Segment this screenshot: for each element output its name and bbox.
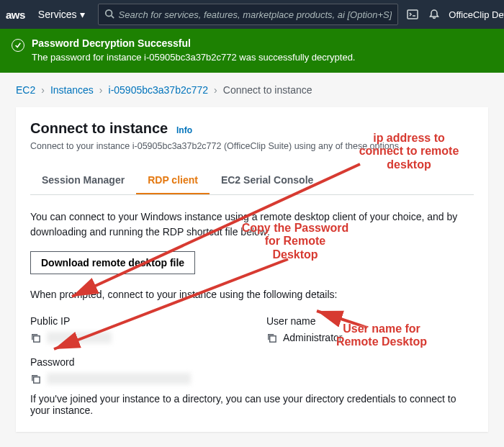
caret-down-icon: ▾ [80,9,85,20]
chevron-right-icon: › [214,84,217,96]
connect-card: Connect to instance Info Connect to your… [16,107,488,432]
page-title: Connect to instance [30,120,168,137]
breadcrumb-instance-id[interactable]: i-05905bc3a37b2c772 [109,84,209,96]
chevron-right-icon: › [99,84,103,96]
public-ip-value [47,332,112,343]
svg-rect-3 [34,335,40,341]
services-menu[interactable]: Services ▾ [32,6,91,23]
top-nav: aws Services ▾ Search for services, feat… [0,0,504,29]
directory-note: If you've joined your instance to a dire… [30,393,474,416]
bell-icon[interactable] [427,7,441,22]
breadcrumb: EC2 › Instances › i-05905bc3a37b2c772 › … [0,73,504,101]
password-label: Password [30,356,474,368]
svg-point-0 [105,9,112,16]
account-dropdown[interactable]: OfficeClip Developer ▾ [449,9,504,20]
search-icon [104,9,114,21]
services-label: Services [38,9,77,20]
tab-session-manager[interactable]: Session Manager [30,167,136,194]
info-link[interactable]: Info [176,125,192,135]
copy-icon[interactable] [30,374,41,384]
banner-title: Password Decryption Successful [32,37,355,49]
banner-description: The password for instance i-05905bc3a37b… [32,52,355,63]
page-subtitle: Connect to your instance i-05905bc3a37b2… [30,141,474,151]
chevron-right-icon: › [41,84,45,96]
tab-rdp-client[interactable]: RDP client [136,167,210,194]
breadcrumb-ec2[interactable]: EC2 [16,84,35,96]
tab-serial-console[interactable]: EC2 Serial Console [210,167,325,194]
username-label: User name [266,315,474,327]
username-value: Administrator [283,332,342,343]
svg-line-1 [111,15,114,18]
svg-rect-5 [34,376,40,382]
search-placeholder: Search for services, features, marketpla… [119,9,392,20]
account-label: OfficeClip Developer [449,9,504,20]
aws-logo: aws [6,9,25,21]
rdp-intro-2: When prompted, connect to your instance … [30,287,474,302]
global-search[interactable]: Search for services, features, marketpla… [98,4,399,25]
connect-tabs: Session Manager RDP client EC2 Serial Co… [30,167,474,195]
svg-rect-2 [408,10,418,19]
password-value [47,373,191,384]
download-rdp-button[interactable]: Download remote desktop file [30,251,195,274]
cloudshell-icon[interactable] [405,7,420,22]
svg-rect-4 [270,335,276,341]
breadcrumb-instances[interactable]: Instances [50,84,94,96]
success-banner: Password Decryption Successful The passw… [0,29,504,73]
public-ip-label: Public IP [30,315,238,327]
cancel-button[interactable]: Cancel [0,438,504,447]
rdp-intro-1: You can connect to your Windows instance… [30,209,474,240]
copy-icon[interactable] [30,333,41,343]
copy-icon[interactable] [266,333,277,343]
check-circle-icon [12,39,24,52]
breadcrumb-current: Connect to instance [223,84,312,96]
